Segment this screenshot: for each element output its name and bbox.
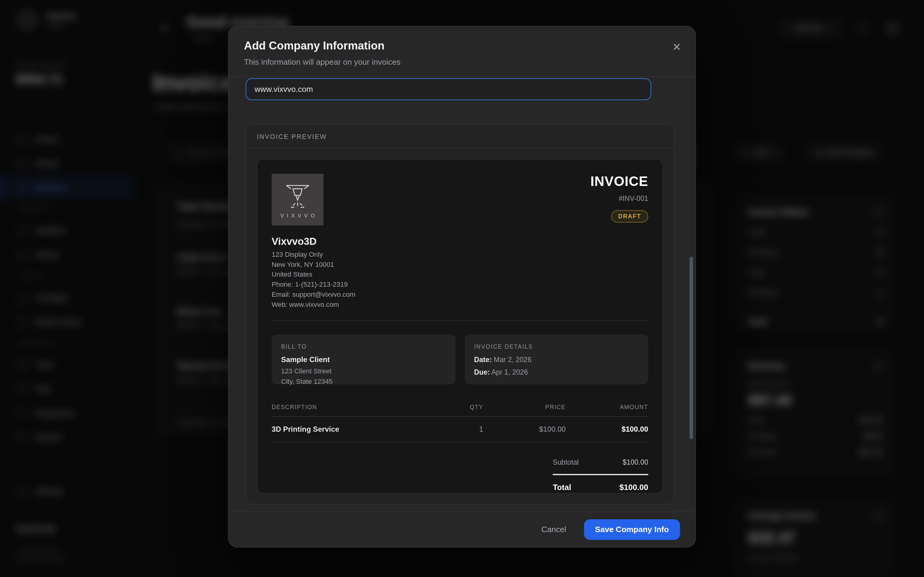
company-web: Web: www.vixvvo.com bbox=[271, 301, 648, 308]
modal-body: INVOICE PREVIEW bbox=[229, 78, 695, 512]
bill-to-line-1: 123 Client Street bbox=[281, 367, 446, 374]
logo-wordmark: VIXVVO bbox=[280, 213, 317, 218]
modal-scrollbar[interactable] bbox=[689, 257, 693, 439]
modal-title: Add Company Information bbox=[244, 39, 680, 52]
modal-footer: Cancel Save Company Info bbox=[229, 512, 695, 547]
app-screen: vixvvo Studio All Time Revenue $554.71 O… bbox=[0, 0, 924, 577]
company-email: Email: support@vixvvo.com bbox=[271, 291, 648, 298]
company-address-3: United States bbox=[271, 271, 648, 278]
invoice-preview-section: INVOICE PREVIEW bbox=[246, 124, 674, 504]
invoice-number: #INV-001 bbox=[590, 194, 648, 202]
modal-subtitle: This information will appear on your inv… bbox=[244, 58, 680, 66]
website-field[interactable] bbox=[246, 78, 651, 100]
company-name: Vixvvo3D bbox=[271, 236, 648, 248]
item-description: 3D Printing Service bbox=[271, 425, 448, 433]
invoice-divider bbox=[271, 320, 648, 321]
company-phone: Phone: 1-(521)-213-2319 bbox=[271, 281, 648, 288]
add-company-modal: Add Company Information This information… bbox=[228, 26, 696, 548]
company-logo: VIXVVO bbox=[271, 174, 323, 226]
total-value: $100.00 bbox=[619, 483, 648, 492]
printer-nozzle-icon bbox=[281, 181, 314, 211]
invoice-due: Due: Apr 1, 2026 bbox=[474, 368, 639, 376]
item-amount: $100.00 bbox=[565, 425, 648, 433]
item-qty: 1 bbox=[448, 425, 483, 433]
bill-to-label: BILL TO bbox=[281, 343, 446, 350]
company-address-2: New York, NY 10001 bbox=[271, 261, 648, 268]
totals-block: Subtotal $100.00 Total $100.00 bbox=[553, 458, 648, 492]
line-items-table: DESCRIPTION QTY PRICE AMOUNT 3D Printing… bbox=[271, 404, 648, 442]
cancel-button[interactable]: Cancel bbox=[541, 525, 566, 534]
save-company-info-button[interactable]: Save Company Info bbox=[584, 519, 680, 540]
close-icon[interactable]: ✕ bbox=[672, 40, 681, 53]
status-badge: DRAFT bbox=[611, 210, 648, 222]
invoice-details-box: INVOICE DETAILS Date: Mar 2, 2026 Due: A… bbox=[465, 334, 648, 384]
col-description: DESCRIPTION bbox=[271, 404, 448, 410]
col-qty: QTY bbox=[448, 404, 483, 410]
company-address-1: 123 Display Only bbox=[271, 251, 648, 258]
invoice-date: Date: Mar 2, 2026 bbox=[474, 356, 639, 364]
line-item-row: 3D Printing Service 1 $100.00 $100.00 bbox=[271, 417, 648, 442]
invoice-doc-title: INVOICE bbox=[590, 174, 648, 190]
invoice-document: VIXVVO INVOICE #INV-001 DRAFT Vixvvo3D 1… bbox=[257, 159, 663, 493]
modal-header: Add Company Information This information… bbox=[229, 27, 695, 77]
item-price: $100.00 bbox=[483, 425, 565, 433]
subtotal-value: $100.00 bbox=[623, 458, 648, 466]
bill-to-line-2: City, State 12345 bbox=[281, 378, 446, 385]
subtotal-label: Subtotal bbox=[553, 458, 579, 466]
invoice-details-label: INVOICE DETAILS bbox=[474, 343, 639, 350]
bill-to-box: BILL TO Sample Client 123 Client Street … bbox=[271, 334, 455, 384]
totals-divider bbox=[553, 474, 648, 475]
total-label: Total bbox=[553, 483, 571, 492]
invoice-preview-label: INVOICE PREVIEW bbox=[246, 124, 674, 148]
col-price: PRICE bbox=[483, 404, 565, 410]
col-amount: AMOUNT bbox=[565, 404, 648, 410]
bill-to-name: Sample Client bbox=[281, 356, 446, 364]
